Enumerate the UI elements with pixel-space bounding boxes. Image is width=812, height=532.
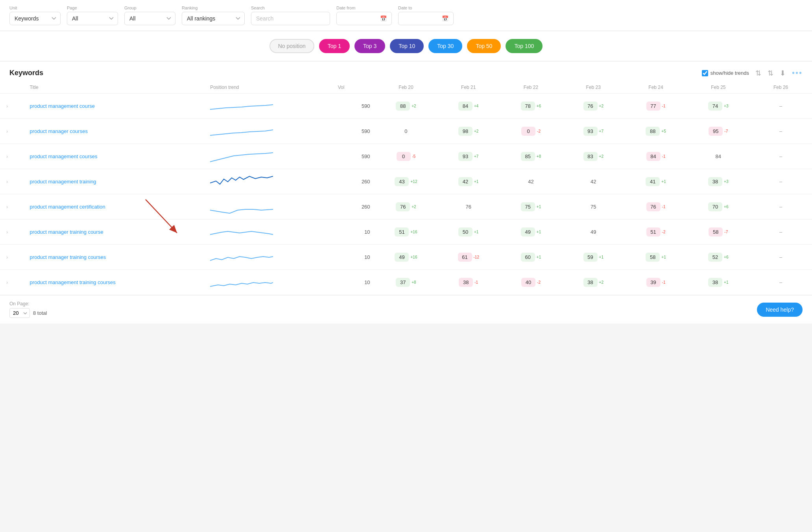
keyword-link[interactable]: product management courses	[30, 153, 98, 159]
rank-change: +6	[724, 205, 728, 209]
rank-cell: 41+1	[629, 177, 683, 186]
vol-cell: 260	[333, 194, 375, 220]
show-hide-checkbox[interactable]	[702, 70, 708, 76]
page-select[interactable]: All	[67, 12, 118, 25]
date-from-input[interactable]: 2/20/2020	[341, 15, 377, 22]
date-cell: –	[749, 194, 812, 220]
expand-btn[interactable]: ›	[5, 279, 9, 286]
pos-badge-100[interactable]: Top 100	[506, 39, 543, 53]
rank-badge: 93	[458, 152, 472, 161]
calendar-to-icon[interactable]: 📅	[442, 15, 448, 22]
expand-btn[interactable]: ›	[5, 229, 9, 236]
expand-btn[interactable]: ›	[5, 254, 9, 261]
sparkline	[210, 98, 273, 113]
date-cell: 88+2	[375, 94, 437, 119]
ranking-select[interactable]: All rankings	[182, 12, 245, 25]
rank-change: -7	[724, 230, 728, 234]
pos-badge-3[interactable]: Top 3	[354, 39, 385, 53]
keyword-link[interactable]: product management training	[30, 179, 96, 185]
rank-change: -1	[662, 280, 666, 284]
unit-label: Unit	[9, 6, 61, 10]
date-cell: 61-12	[437, 245, 500, 270]
footer-bar: On Page: 20 50 100 8 total Need help?	[0, 295, 812, 323]
date-cell: –	[749, 220, 812, 245]
pos-badge-30[interactable]: Top 30	[428, 39, 462, 53]
table-row: ›product management training courses1037…	[0, 270, 812, 295]
table-row: ›product manager training courses1049+16…	[0, 245, 812, 270]
need-help-button[interactable]: Need help?	[757, 303, 803, 317]
rank-cell: 58-7	[692, 227, 745, 236]
rank-badge: 95	[709, 127, 723, 136]
keyword-link[interactable]: product management certification	[30, 204, 105, 210]
download-icon[interactable]: ⬇	[780, 69, 786, 78]
pos-badge-none[interactable]: No position	[269, 39, 314, 53]
rank-change: -1	[662, 104, 666, 108]
expand-btn[interactable]: ›	[5, 178, 9, 185]
keyword-link[interactable]: product management course	[30, 103, 95, 109]
date-cell: 98+2	[437, 119, 500, 144]
rank-change: +4	[474, 104, 478, 108]
rank-change: +2	[474, 129, 478, 133]
expand-btn[interactable]: ›	[5, 103, 9, 110]
rank-cell: 76+2	[567, 102, 620, 111]
rank-badge: 43	[395, 177, 409, 186]
date-from-wrapper[interactable]: 2/20/2020 📅	[336, 12, 392, 25]
keyword-link[interactable]: product management training courses	[30, 279, 116, 285]
pos-badge-50[interactable]: Top 50	[467, 39, 501, 53]
date-cell: 39-1	[625, 270, 687, 295]
rank-change: +6	[537, 104, 541, 108]
rank-change: +6	[724, 255, 728, 259]
rank-change: +1	[537, 230, 541, 234]
expand-btn[interactable]: ›	[5, 128, 9, 135]
date-cell: 0-2	[500, 119, 562, 144]
on-page-select[interactable]: 20 50 100	[9, 308, 30, 318]
ranking-filter: Ranking All rankings	[182, 6, 245, 25]
rank-change: -2	[662, 230, 666, 234]
date-cell: 41+1	[625, 169, 687, 194]
rank-change: +1	[724, 280, 728, 284]
search-input[interactable]	[251, 12, 330, 25]
pos-badge-1[interactable]: Top 1	[319, 39, 350, 53]
date-cell: 43+12	[375, 169, 437, 194]
rank-badge: 83	[583, 152, 598, 161]
keyword-link[interactable]: product manager training courses	[30, 254, 106, 260]
keyword-link[interactable]: product manager training course	[30, 229, 103, 235]
date-cell: –	[749, 144, 812, 169]
rank-change: +1	[661, 255, 666, 259]
collapse-icon[interactable]: ⇅	[755, 69, 761, 78]
col-feb20-header: Feb 20	[375, 81, 437, 94]
rank-badge: 76	[396, 202, 410, 211]
unit-select[interactable]: Keywords	[9, 12, 61, 25]
rank-change: +8	[537, 154, 541, 159]
vol-cell: 590	[333, 94, 375, 119]
pos-badge-10[interactable]: Top 10	[390, 39, 424, 53]
rank-change: -2	[537, 129, 541, 133]
rank-badge: 98	[458, 127, 472, 136]
rank-cell: 77-1	[629, 102, 683, 111]
rank-value: 75	[591, 204, 596, 210]
date-cell: –	[749, 119, 812, 144]
date-to-input[interactable]: 2/25/2020	[403, 15, 439, 22]
rank-change: +7	[599, 129, 603, 133]
date-cell: 42+1	[437, 169, 500, 194]
date-cell: 76+2	[375, 194, 437, 220]
on-page-label: On Page:	[9, 301, 47, 307]
expand-btn[interactable]: ›	[5, 153, 9, 160]
rank-cell: 70+6	[692, 202, 745, 211]
group-select[interactable]: All	[124, 12, 175, 25]
show-hide-label[interactable]: show/hide trends	[702, 70, 749, 76]
calendar-from-icon[interactable]: 📅	[380, 15, 387, 22]
expand-btn[interactable]: ›	[5, 203, 9, 211]
dash-value: –	[779, 153, 782, 159]
keywords-table: Title Position trend Vol Feb 20 Feb 21 F…	[0, 81, 812, 295]
date-to-wrapper[interactable]: 2/25/2020 📅	[398, 12, 454, 25]
rank-badge: 61	[458, 253, 472, 262]
page-label: Page	[67, 6, 118, 10]
sort-icon[interactable]: ⇅	[768, 69, 773, 78]
rank-value: 42	[528, 179, 533, 185]
keyword-link[interactable]: product manager courses	[30, 128, 88, 134]
rank-cell: 37+8	[380, 278, 433, 287]
date-cell: 76+2	[562, 94, 625, 119]
table-row: ›product management courses5900-593+785+…	[0, 144, 812, 169]
more-options-icon[interactable]: •••	[792, 68, 803, 78]
